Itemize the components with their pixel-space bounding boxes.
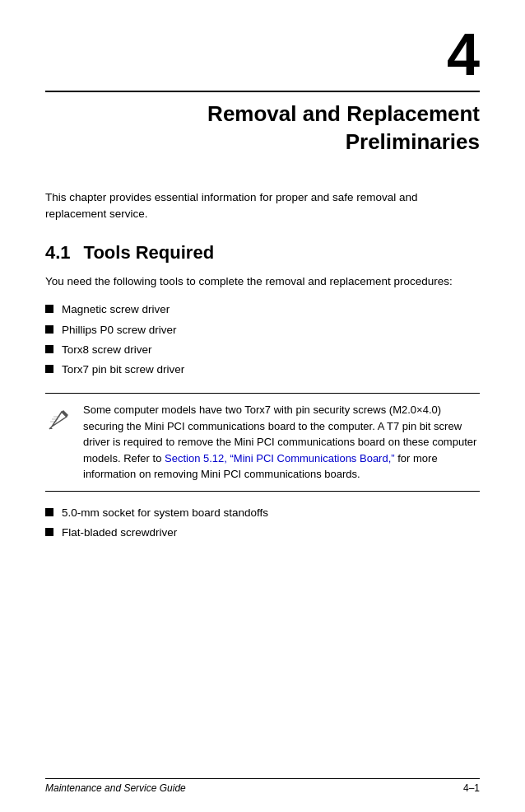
tool-label: Phillips P0 screw driver: [62, 322, 177, 338]
bullet-icon: [45, 345, 53, 353]
note-box: Some computer models have two Torx7 with…: [45, 393, 480, 492]
section-intro: You need the following tools to complete…: [45, 273, 480, 290]
section-number: 4.1: [45, 242, 71, 264]
tool-label: 5.0-mm socket for system board standoffs: [62, 505, 268, 521]
list-item: Magnetic screw driver: [45, 300, 480, 320]
bullet-icon: [45, 365, 53, 373]
page: 4 Removal and Replacement Preliminaries …: [0, 0, 525, 812]
footer-right: 4–1: [463, 782, 480, 794]
tool-label: Flat-bladed screwdriver: [62, 525, 177, 541]
list-item: Phillips P0 screw driver: [45, 320, 480, 340]
list-item: Torx7 pin bit screw driver: [45, 360, 480, 380]
tools-list: Magnetic screw driver Phillips P0 screw …: [45, 300, 480, 380]
bottom-tools-list: 5.0-mm socket for system board standoffs…: [45, 503, 480, 544]
list-item: Flat-bladed screwdriver: [45, 523, 480, 543]
chapter-title-line2: Preliminaries: [346, 129, 480, 154]
chapter-number: 4: [0, 0, 525, 84]
bullet-icon: [45, 508, 53, 516]
tool-label: Torx8 screw driver: [62, 342, 152, 358]
chapter-title-line1: Removal and Replacement: [207, 101, 480, 126]
note-link[interactable]: Section 5.12, “Mini PCI Communications B…: [165, 452, 395, 464]
bullet-icon: [45, 325, 53, 334]
list-item: 5.0-mm socket for system board standoffs: [45, 503, 480, 523]
tool-label: Torx7 pin bit screw driver: [62, 362, 184, 378]
page-footer: Maintenance and Service Guide 4–1: [45, 778, 480, 794]
footer-left: Maintenance and Service Guide: [45, 782, 186, 794]
bullet-icon: [45, 528, 53, 536]
main-content: This chapter provides essential informat…: [0, 189, 525, 544]
note-text: Some computer models have two Torx7 with…: [83, 402, 480, 483]
section-heading: 4.1 Tools Required: [45, 242, 480, 264]
note-icon: [45, 404, 75, 433]
list-item: Torx8 screw driver: [45, 340, 480, 360]
tool-label: Magnetic screw driver: [62, 301, 170, 318]
chapter-title: Removal and Replacement Preliminaries: [0, 92, 525, 156]
intro-paragraph: This chapter provides essential informat…: [45, 189, 480, 223]
bullet-icon: [45, 305, 53, 313]
section-title: Tools Required: [84, 242, 215, 264]
